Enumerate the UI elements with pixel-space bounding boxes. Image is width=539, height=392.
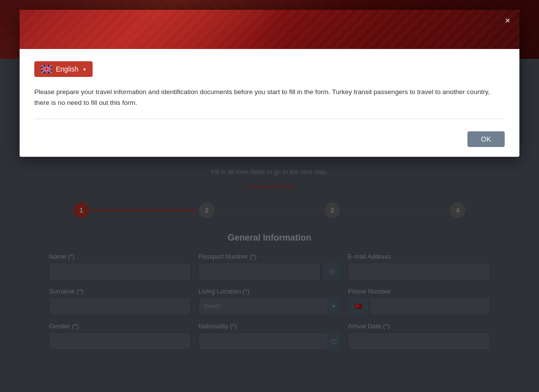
flag-icon xyxy=(41,65,52,73)
modal-body: English ▾ Please prepare your travel inf… xyxy=(20,49,519,157)
modal-banner: × xyxy=(20,10,519,49)
language-label: English xyxy=(56,65,78,73)
modal-info-text: Please prepare your travel information a… xyxy=(34,87,505,109)
modal-footer: OK xyxy=(34,126,505,147)
modal-dialog: × English ▾ Please prepare your travel i… xyxy=(20,10,519,157)
modal-close-button[interactable]: × xyxy=(502,15,514,26)
ok-button[interactable]: OK xyxy=(467,131,505,147)
chevron-down-icon: ▾ xyxy=(83,67,86,72)
language-selector-button[interactable]: English ▾ xyxy=(34,61,93,77)
modal-divider xyxy=(34,119,505,119)
